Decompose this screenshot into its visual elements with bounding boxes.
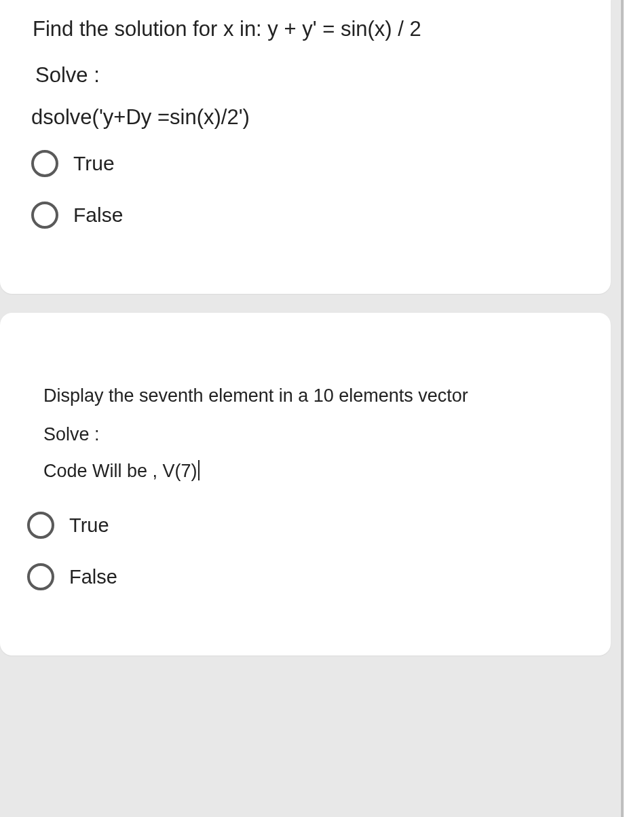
option-true[interactable]: True (27, 512, 584, 539)
option-false[interactable]: False (27, 563, 584, 590)
option-label: True (69, 514, 109, 537)
radio-icon (27, 512, 54, 539)
question-code: dsolve('y+Dy =sin(x)/2') (31, 105, 584, 130)
solve-label: Solve : (43, 424, 584, 445)
option-label: True (73, 152, 115, 175)
option-label: False (73, 204, 123, 227)
radio-icon (27, 563, 54, 590)
options-group: True False (27, 512, 584, 590)
question-card-1: Find the solution for x in: y + y' = sin… (0, 0, 611, 294)
question-code: Code Will be , V(7) (43, 460, 584, 482)
option-false[interactable]: False (31, 202, 584, 229)
option-label: False (69, 566, 117, 588)
options-group: True False (27, 150, 584, 229)
radio-icon (31, 150, 58, 177)
question-prompt: Display the seventh element in a 10 elem… (43, 382, 584, 410)
option-true[interactable]: True (31, 150, 584, 177)
right-rail (621, 0, 644, 817)
question-prompt: Find the solution for x in: y + y' = sin… (33, 14, 584, 45)
radio-icon (31, 202, 58, 229)
solve-label: Solve : (35, 63, 584, 88)
question-card-2: Display the seventh element in a 10 elem… (0, 313, 611, 656)
